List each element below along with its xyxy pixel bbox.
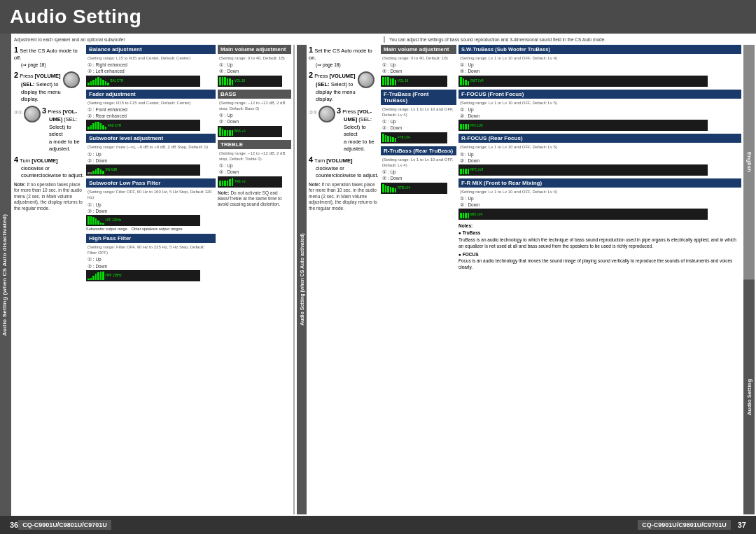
f-focus-section: F-FOCUS (Front Focus) (Setting range: Lv… [458,90,741,132]
bass-display: BAS +0 [218,126,282,137]
subwoofer-level-display: SW 0dB [86,164,200,176]
side-label-left: Audio Setting (when CS Auto disactivated… [0,34,11,516]
main-volume-left-section: Main volume adjustment (Setting range: 0… [218,45,291,87]
sw-trubass-header: S.W-TruBass (Sub Woofer TruBass) [458,45,741,54]
knob-2 [63,71,80,88]
f-focus-display: FFC LV5 [458,120,708,131]
sw-trubass-display: SWT LV4 [458,76,708,87]
fader-display: FAD CTR [86,120,200,131]
balance-header: Balance adjustment [86,45,216,54]
bass-header: BASS [218,90,291,99]
page-footer: 36 CQ-C9901U/C9801U/C9701U CQ-C9901U/C98… [0,516,756,534]
sw-trubass-section: S.W-TruBass (Sub Woofer TruBass) (Settin… [458,45,741,87]
main-vol-right-display: VOL 18 [381,76,447,87]
main-volume-right-section: Main volume adjustment (Setting range: 0… [381,45,456,87]
high-pass-display: HPF 135Hz [86,270,200,281]
subtitle-right: You can adjust the settings of bass soun… [389,36,755,43]
r-focus-section: R-FOCUS (Rear Focus) (Setting range: Lv … [458,134,741,176]
treble-display: TRE +0 [218,176,282,188]
r-trubass-display: RTB LV4 [381,183,447,194]
main-volume-right-header: Main volume adjustment [381,45,456,54]
steps-left: 1 Set the CS Auto mode to off. (⇒ page 1… [14,45,84,514]
main-volume-left-header: Main volume adjustment [218,45,291,54]
main-vol-left-display: VOL 18 [218,76,282,87]
col-balance-fader: Balance adjustment (Setting range: L15 t… [86,45,216,514]
knob-right-3 [318,106,335,122]
note-right: Note: If no operation takes place for mo… [309,182,379,211]
side-label-cs-auto: Audio Setting (when CS Auto activated) [297,45,307,514]
subwoofer-lpf-section: Subwoofer Low Pass Filter (Setting range… [86,178,216,231]
f-trubass-header: F-TruBass (Front TruBass) [381,90,456,105]
col-main-bass-treble: Main volume adjustment (Setting range: 0… [218,45,291,514]
page-num-left: 36 [10,521,18,529]
balance-display: BAL CTR [86,76,200,87]
page-header: Audio Setting [0,0,756,34]
note-left: Note: If no operation takes place for mo… [14,182,84,211]
bass-section: BASS (Setting range: −12 to +12 dB, 2 dB… [218,90,291,137]
subwoofer-level-section: Subwoofer level adjustment (Setting rang… [86,134,216,176]
col-right-effects: S.W-TruBass (Sub Woofer TruBass) (Settin… [458,45,741,514]
model-label-left: CQ-C9901U/C9801U/C9701U [18,520,111,530]
r-focus-header: R-FOCUS (Rear Focus) [458,134,741,143]
page-num-right: 37 [738,521,746,529]
f-trubass-section: F-TruBass (Front TruBass) (Setting range… [381,90,456,143]
fader-section: Fader adjustment (Setting range: R15 to … [86,90,216,132]
fader-header: Fader adjustment [86,90,216,99]
knob-3 [24,106,41,122]
knob-right-2 [358,71,374,88]
subwoofer-lpf-display: LPF 120Hz [86,215,200,226]
note-bottom-left: Note: Do not activate SQ and Bass/Treble… [218,190,291,208]
r-trubass-header: R-TruBass (Rear TruBass) [381,146,456,155]
high-pass-section: High Pass Filter (Setting range: Filter … [86,234,216,281]
f-focus-header: F-FOCUS (Front Focus) [458,90,741,99]
r-focus-display: RFC LV5 [458,164,708,176]
steps-right: 1 Set the CS Auto mode to on. (⇒ page 18… [309,45,379,514]
side-label-english: English [743,45,755,280]
side-label-audio-setting: Audio Setting [743,280,755,515]
fr-mix-header: F-R MIX (Front to Rear Mixing) [458,178,741,188]
model-label-right: CQ-C9901U/C9801U/C9701U [638,520,731,530]
subwoofer-level-header: Subwoofer level adjustment [86,134,216,143]
treble-header: TREBLE [218,140,291,149]
balance-section: Balance adjustment (Setting range: L15 t… [86,45,216,87]
fr-mix-display: MIX LV4 [458,209,708,220]
subwoofer-lpf-header: Subwoofer Low Pass Filter [86,178,216,188]
subtitle-left: Adjustment to each speaker and an option… [14,36,379,43]
f-trubass-display: FTB LV4 [381,132,447,143]
col-main-vol-right: Main volume adjustment (Setting range: 0… [381,45,456,514]
high-pass-header: High Pass Filter [86,234,216,243]
treble-section: TREBLE (Setting range: −12 to +12 dB, 2 … [218,140,291,188]
notes-section: Notes: ● TruBass TruBass is an audio tec… [458,223,741,270]
fr-mix-section: F-R MIX (Front to Rear Mixing) (Setting … [458,178,741,220]
page-title: Audio Setting [10,6,141,28]
r-trubass-section: R-TruBass (Rear TruBass) (Setting range:… [381,146,456,194]
